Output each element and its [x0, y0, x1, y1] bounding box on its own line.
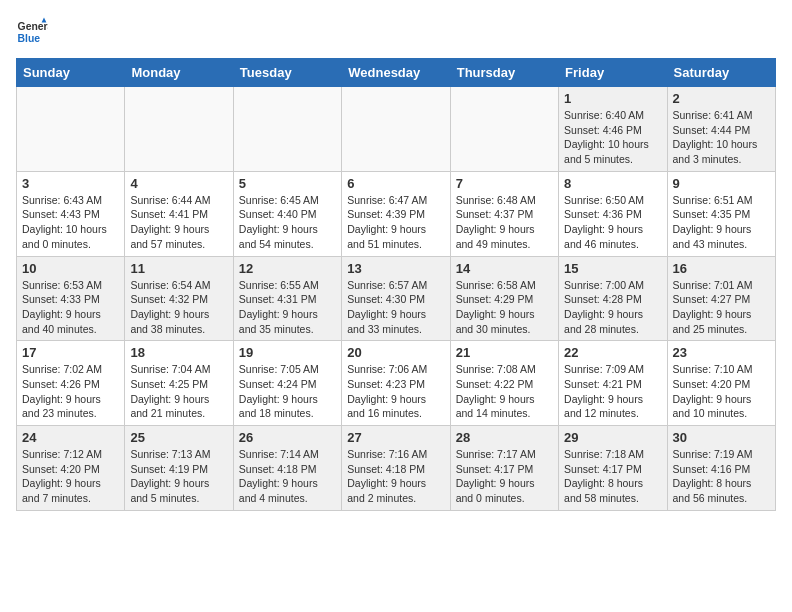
day-info: Sunrise: 6:54 AM Sunset: 4:32 PM Dayligh… [130, 278, 227, 337]
day-number: 27 [347, 430, 444, 445]
day-number: 5 [239, 176, 336, 191]
day-number: 4 [130, 176, 227, 191]
calendar-cell: 25Sunrise: 7:13 AM Sunset: 4:19 PM Dayli… [125, 426, 233, 511]
calendar-cell [233, 87, 341, 172]
calendar-cell: 2Sunrise: 6:41 AM Sunset: 4:44 PM Daylig… [667, 87, 775, 172]
calendar-week-row: 24Sunrise: 7:12 AM Sunset: 4:20 PM Dayli… [17, 426, 776, 511]
day-number: 9 [673, 176, 770, 191]
column-header-thursday: Thursday [450, 59, 558, 87]
day-number: 12 [239, 261, 336, 276]
column-header-saturday: Saturday [667, 59, 775, 87]
day-info: Sunrise: 7:00 AM Sunset: 4:28 PM Dayligh… [564, 278, 661, 337]
logo: General Blue [16, 16, 52, 48]
calendar-cell: 3Sunrise: 6:43 AM Sunset: 4:43 PM Daylig… [17, 171, 125, 256]
day-number: 23 [673, 345, 770, 360]
day-number: 14 [456, 261, 553, 276]
day-number: 20 [347, 345, 444, 360]
calendar-cell: 24Sunrise: 7:12 AM Sunset: 4:20 PM Dayli… [17, 426, 125, 511]
column-header-tuesday: Tuesday [233, 59, 341, 87]
calendar-cell: 23Sunrise: 7:10 AM Sunset: 4:20 PM Dayli… [667, 341, 775, 426]
day-info: Sunrise: 6:48 AM Sunset: 4:37 PM Dayligh… [456, 193, 553, 252]
calendar-cell: 26Sunrise: 7:14 AM Sunset: 4:18 PM Dayli… [233, 426, 341, 511]
calendar-cell [125, 87, 233, 172]
day-info: Sunrise: 7:12 AM Sunset: 4:20 PM Dayligh… [22, 447, 119, 506]
calendar-cell: 16Sunrise: 7:01 AM Sunset: 4:27 PM Dayli… [667, 256, 775, 341]
day-info: Sunrise: 7:16 AM Sunset: 4:18 PM Dayligh… [347, 447, 444, 506]
day-number: 10 [22, 261, 119, 276]
calendar-cell: 28Sunrise: 7:17 AM Sunset: 4:17 PM Dayli… [450, 426, 558, 511]
day-info: Sunrise: 6:53 AM Sunset: 4:33 PM Dayligh… [22, 278, 119, 337]
calendar-cell: 21Sunrise: 7:08 AM Sunset: 4:22 PM Dayli… [450, 341, 558, 426]
calendar-week-row: 3Sunrise: 6:43 AM Sunset: 4:43 PM Daylig… [17, 171, 776, 256]
day-info: Sunrise: 7:18 AM Sunset: 4:17 PM Dayligh… [564, 447, 661, 506]
day-info: Sunrise: 6:58 AM Sunset: 4:29 PM Dayligh… [456, 278, 553, 337]
calendar-cell: 15Sunrise: 7:00 AM Sunset: 4:28 PM Dayli… [559, 256, 667, 341]
calendar-cell: 1Sunrise: 6:40 AM Sunset: 4:46 PM Daylig… [559, 87, 667, 172]
svg-text:Blue: Blue [18, 33, 41, 44]
day-number: 21 [456, 345, 553, 360]
calendar-cell: 20Sunrise: 7:06 AM Sunset: 4:23 PM Dayli… [342, 341, 450, 426]
day-number: 11 [130, 261, 227, 276]
day-info: Sunrise: 6:45 AM Sunset: 4:40 PM Dayligh… [239, 193, 336, 252]
day-number: 30 [673, 430, 770, 445]
calendar-week-row: 17Sunrise: 7:02 AM Sunset: 4:26 PM Dayli… [17, 341, 776, 426]
calendar-cell: 30Sunrise: 7:19 AM Sunset: 4:16 PM Dayli… [667, 426, 775, 511]
calendar-cell: 27Sunrise: 7:16 AM Sunset: 4:18 PM Dayli… [342, 426, 450, 511]
svg-marker-2 [42, 18, 47, 23]
calendar-cell: 6Sunrise: 6:47 AM Sunset: 4:39 PM Daylig… [342, 171, 450, 256]
day-number: 15 [564, 261, 661, 276]
calendar-table: SundayMondayTuesdayWednesdayThursdayFrid… [16, 58, 776, 511]
calendar-cell: 14Sunrise: 6:58 AM Sunset: 4:29 PM Dayli… [450, 256, 558, 341]
day-number: 26 [239, 430, 336, 445]
day-number: 16 [673, 261, 770, 276]
calendar-cell [450, 87, 558, 172]
calendar-week-row: 10Sunrise: 6:53 AM Sunset: 4:33 PM Dayli… [17, 256, 776, 341]
column-header-wednesday: Wednesday [342, 59, 450, 87]
day-info: Sunrise: 7:06 AM Sunset: 4:23 PM Dayligh… [347, 362, 444, 421]
day-info: Sunrise: 7:09 AM Sunset: 4:21 PM Dayligh… [564, 362, 661, 421]
day-info: Sunrise: 7:02 AM Sunset: 4:26 PM Dayligh… [22, 362, 119, 421]
day-info: Sunrise: 7:17 AM Sunset: 4:17 PM Dayligh… [456, 447, 553, 506]
day-number: 24 [22, 430, 119, 445]
day-info: Sunrise: 6:44 AM Sunset: 4:41 PM Dayligh… [130, 193, 227, 252]
calendar-cell: 9Sunrise: 6:51 AM Sunset: 4:35 PM Daylig… [667, 171, 775, 256]
column-header-friday: Friday [559, 59, 667, 87]
calendar-cell [342, 87, 450, 172]
calendar-cell: 12Sunrise: 6:55 AM Sunset: 4:31 PM Dayli… [233, 256, 341, 341]
calendar-cell: 22Sunrise: 7:09 AM Sunset: 4:21 PM Dayli… [559, 341, 667, 426]
day-number: 6 [347, 176, 444, 191]
day-info: Sunrise: 6:50 AM Sunset: 4:36 PM Dayligh… [564, 193, 661, 252]
day-info: Sunrise: 7:14 AM Sunset: 4:18 PM Dayligh… [239, 447, 336, 506]
calendar-cell: 19Sunrise: 7:05 AM Sunset: 4:24 PM Dayli… [233, 341, 341, 426]
day-number: 25 [130, 430, 227, 445]
calendar-cell: 4Sunrise: 6:44 AM Sunset: 4:41 PM Daylig… [125, 171, 233, 256]
calendar-cell: 18Sunrise: 7:04 AM Sunset: 4:25 PM Dayli… [125, 341, 233, 426]
day-number: 1 [564, 91, 661, 106]
calendar-cell: 13Sunrise: 6:57 AM Sunset: 4:30 PM Dayli… [342, 256, 450, 341]
calendar-cell: 29Sunrise: 7:18 AM Sunset: 4:17 PM Dayli… [559, 426, 667, 511]
day-info: Sunrise: 7:08 AM Sunset: 4:22 PM Dayligh… [456, 362, 553, 421]
day-info: Sunrise: 6:51 AM Sunset: 4:35 PM Dayligh… [673, 193, 770, 252]
column-header-monday: Monday [125, 59, 233, 87]
calendar-cell [17, 87, 125, 172]
page-header: General Blue [16, 16, 776, 48]
day-info: Sunrise: 7:04 AM Sunset: 4:25 PM Dayligh… [130, 362, 227, 421]
calendar-cell: 8Sunrise: 6:50 AM Sunset: 4:36 PM Daylig… [559, 171, 667, 256]
day-number: 18 [130, 345, 227, 360]
column-header-sunday: Sunday [17, 59, 125, 87]
day-number: 8 [564, 176, 661, 191]
day-info: Sunrise: 6:43 AM Sunset: 4:43 PM Dayligh… [22, 193, 119, 252]
day-number: 19 [239, 345, 336, 360]
day-number: 17 [22, 345, 119, 360]
day-info: Sunrise: 7:19 AM Sunset: 4:16 PM Dayligh… [673, 447, 770, 506]
logo-icon: General Blue [16, 16, 48, 48]
day-number: 29 [564, 430, 661, 445]
day-number: 2 [673, 91, 770, 106]
day-info: Sunrise: 6:41 AM Sunset: 4:44 PM Dayligh… [673, 108, 770, 167]
day-info: Sunrise: 6:47 AM Sunset: 4:39 PM Dayligh… [347, 193, 444, 252]
day-number: 3 [22, 176, 119, 191]
calendar-cell: 11Sunrise: 6:54 AM Sunset: 4:32 PM Dayli… [125, 256, 233, 341]
day-info: Sunrise: 7:05 AM Sunset: 4:24 PM Dayligh… [239, 362, 336, 421]
day-info: Sunrise: 6:57 AM Sunset: 4:30 PM Dayligh… [347, 278, 444, 337]
calendar-week-row: 1Sunrise: 6:40 AM Sunset: 4:46 PM Daylig… [17, 87, 776, 172]
